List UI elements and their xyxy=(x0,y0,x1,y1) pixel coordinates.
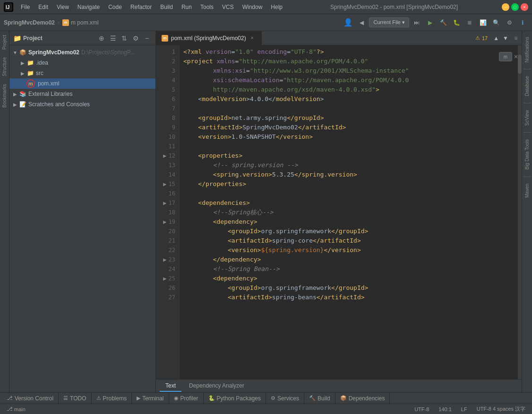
vcs-icon: ⎇ xyxy=(7,395,13,401)
bottom-tab-todo[interactable]: ☰ TODO xyxy=(59,393,91,404)
right-sidebar: Notifications Database ScView Big Data T… xyxy=(522,31,532,392)
menu-file[interactable]: File xyxy=(17,3,34,11)
right-maven-tab[interactable]: Maven xyxy=(523,180,531,202)
run-btn[interactable]: ▶ xyxy=(424,17,436,28)
line-23: ▶23 xyxy=(156,255,179,264)
maven-close-icon[interactable]: × xyxy=(514,53,518,60)
settings-btn[interactable]: ⚙ xyxy=(504,17,515,28)
status-line-ending[interactable]: LF xyxy=(458,406,470,412)
code-line-22: <version>${spring.version}</version> xyxy=(180,245,518,255)
sidebar-settings-btn[interactable]: ⚙ xyxy=(131,34,140,43)
sidebar-sort-btn[interactable]: ☰ xyxy=(108,34,118,43)
menu-view[interactable]: View xyxy=(53,3,73,11)
menu-edit[interactable]: Edit xyxy=(34,3,52,11)
right-notifications-tab[interactable]: Notifications xyxy=(523,33,531,66)
status-encoding[interactable]: UTF-8 xyxy=(412,406,432,412)
scratch-icon: 📝 xyxy=(19,101,26,108)
menu-window[interactable]: Window xyxy=(239,3,266,11)
line-8: 8 xyxy=(156,113,179,123)
stop-btn[interactable]: ⏹ xyxy=(464,17,475,28)
view-tab-dependency[interactable]: Dependency Analyzer xyxy=(183,380,250,392)
editor-scrollbar[interactable] xyxy=(518,45,522,379)
code-content[interactable]: <?xml version="1.0" encoding="UTF-8"?> <… xyxy=(180,45,518,379)
tree-idea[interactable]: ▶ 📁 .idea xyxy=(9,58,155,68)
menu-vcs[interactable]: VCS xyxy=(218,3,238,11)
line-18: 18 xyxy=(156,208,179,217)
tree-scratches[interactable]: ▶ 📝 Scratches and Consoles xyxy=(9,99,155,110)
tree-external-libs[interactable]: ▶ 📚 External Libraries xyxy=(9,89,155,99)
right-database-tab[interactable]: Database xyxy=(523,72,531,100)
left-bookmarks-tab[interactable]: Bookmarks xyxy=(1,80,8,111)
maven-badge: m xyxy=(499,52,512,61)
code-line-2: <project xmlns="http://maven.apache.org/… xyxy=(180,57,518,66)
bottom-tab-problems[interactable]: ⚠ Problems xyxy=(92,393,132,404)
editor-scroll-up[interactable]: ▲ xyxy=(491,31,501,45)
search-everywhere-btn[interactable]: 🔍 xyxy=(490,17,502,28)
bottom-tab-dependencies[interactable]: 📦 Dependencies xyxy=(335,393,390,404)
scrollbar-thumb[interactable] xyxy=(518,55,522,74)
left-structure-tab[interactable]: Structure xyxy=(1,53,8,80)
window-controls: − □ × xyxy=(502,3,528,11)
right-scview-tab[interactable]: ScView xyxy=(523,106,531,129)
deps-icon: 📦 xyxy=(340,395,347,401)
idea-label: .idea xyxy=(36,59,48,66)
menu-run[interactable]: Run xyxy=(178,3,196,11)
editor-scroll-down[interactable]: ▼ xyxy=(501,31,510,45)
menu-refactor[interactable]: Refactor xyxy=(127,3,155,11)
avatar-btn[interactable]: 👤 xyxy=(343,17,354,28)
menu-bar: File Edit View Navigate Code Refactor Bu… xyxy=(17,3,286,11)
left-strip: Project Structure Bookmarks xyxy=(0,31,9,392)
tab-close-btn[interactable]: × xyxy=(249,35,256,42)
view-tab-text[interactable]: Text xyxy=(160,380,181,392)
warning-badge: ⚠ 17 xyxy=(472,31,491,45)
sidebar-add-btn[interactable]: ⊕ xyxy=(97,34,106,43)
debug-btn[interactable]: 🐛 xyxy=(451,17,462,28)
current-file-btn[interactable]: Current File ▾ xyxy=(369,17,409,27)
tree-src[interactable]: ▶ 📁 src xyxy=(9,68,155,78)
tab-menu-btn[interactable]: ≡ xyxy=(510,31,522,45)
right-bigdata-tab[interactable]: Big Data Tools xyxy=(523,135,531,173)
help-btn[interactable]: ℹ xyxy=(517,17,528,28)
minimize-button[interactable]: − xyxy=(502,3,509,11)
menu-code[interactable]: Code xyxy=(104,3,126,11)
editor-tab-pomxml[interactable]: m pom.xml (SpringMvcDemo02) × xyxy=(156,31,262,45)
code-line-24: <!--Spring Bean--> xyxy=(180,264,518,274)
build-btn[interactable]: 🔨 xyxy=(438,17,449,28)
status-git[interactable]: ⎇ main xyxy=(4,406,28,412)
deps-label: Dependencies xyxy=(349,395,385,402)
maximize-button[interactable]: □ xyxy=(511,3,519,11)
menu-navigate[interactable]: Navigate xyxy=(74,3,103,11)
tab-maven-icon: m xyxy=(162,35,168,42)
extlib-label: External Libraries xyxy=(28,91,72,97)
bottom-tab-python-packages[interactable]: 🐍 Python Packages xyxy=(204,393,266,404)
bottom-tab-vcs[interactable]: ⎇ Version Control xyxy=(2,393,59,404)
line-26: 26 xyxy=(156,283,179,293)
title-bar: IJ File Edit View Navigate Code Refactor… xyxy=(0,0,532,14)
tree-root[interactable]: ▼ 📦 SpringMvcDemo02 D:\Projects\SpringP.… xyxy=(9,47,155,58)
menu-help[interactable]: Help xyxy=(267,3,286,11)
sidebar-expand-btn[interactable]: ⇅ xyxy=(120,34,129,43)
bottom-tab-build[interactable]: 🔨 Build xyxy=(304,393,335,404)
status-position[interactable]: 140:1 xyxy=(436,406,455,412)
bottom-tab-profiler[interactable]: ◉ Profiler xyxy=(169,393,204,404)
bottom-tab-services[interactable]: ⚙ Services xyxy=(266,393,304,404)
folder-src-icon: 📁 xyxy=(26,69,34,77)
menu-build[interactable]: Build xyxy=(156,3,177,11)
vcs-label: Version Control xyxy=(15,395,53,402)
menu-tools[interactable]: Tools xyxy=(197,3,217,11)
coverage-btn[interactable]: 📊 xyxy=(477,17,489,28)
close-button[interactable]: × xyxy=(521,3,528,11)
editor-tabs: m pom.xml (SpringMvcDemo02) × ⚠ 17 ▲ ▼ ≡ xyxy=(156,31,522,45)
line-20: 20 xyxy=(156,227,179,236)
left-project-tab[interactable]: Project xyxy=(1,31,8,53)
sidebar-close-btn[interactable]: − xyxy=(142,34,152,43)
svg-text:IJ: IJ xyxy=(6,5,9,10)
window-title: SpringMvcDemo02 - pom.xml [SpringMvcDemo… xyxy=(286,4,502,10)
bottom-tab-terminal[interactable]: ▶ Terminal xyxy=(132,393,169,404)
forward-btn[interactable]: ⏭ xyxy=(411,17,422,28)
root-arrow-icon: ▼ xyxy=(11,50,19,55)
back-btn[interactable]: ◀ xyxy=(356,17,367,28)
status-indent[interactable]: UTF-8 4 spaces 汉字 xyxy=(474,406,528,413)
editor-area: m pom.xml (SpringMvcDemo02) × ⚠ 17 ▲ ▼ ≡ xyxy=(156,31,522,392)
tree-pomxml[interactable]: ▶ m pom.xml xyxy=(9,78,155,89)
